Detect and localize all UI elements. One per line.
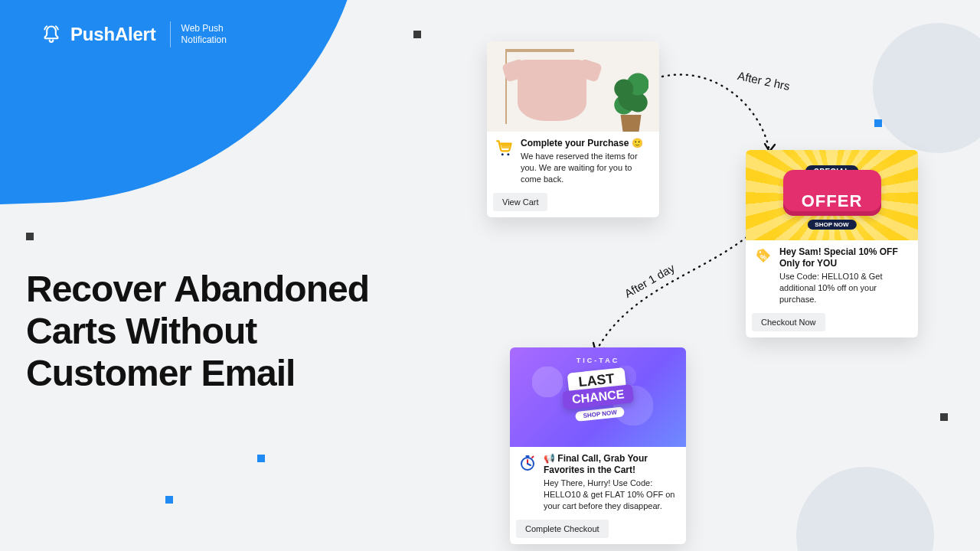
notification-card-3: TIC-TAC LAST CHANCE SHOP NOW 📢 Final Cal…	[510, 347, 686, 544]
decorative-square	[940, 413, 948, 421]
card-title: Complete your Purchase 🙂	[521, 138, 652, 149]
offer-text: OFFER	[783, 170, 881, 216]
decorative-square	[26, 233, 34, 240]
card-hero-image: TIC-TAC LAST CHANCE SHOP NOW	[510, 347, 686, 447]
svg-point-0	[501, 153, 504, 155]
decorative-square	[874, 119, 882, 127]
svg-text:%: %	[760, 253, 766, 261]
decorative-square	[413, 31, 421, 38]
decorative-circle	[796, 467, 934, 551]
decorative-square	[257, 455, 265, 462]
cart-icon	[495, 138, 514, 158]
hero-cta: SHOP NOW	[807, 220, 856, 230]
decorative-square	[165, 496, 173, 504]
discount-tag-icon: %	[753, 246, 773, 266]
bell-icon	[40, 23, 63, 46]
card-desc: Hey There, Hurry! Use Code: HELLO10 & ge…	[544, 478, 678, 512]
svg-rect-5	[526, 455, 530, 458]
card-title: 📢 Final Call, Grab Your Favorites in the…	[544, 453, 678, 476]
connector-arrow	[582, 230, 758, 367]
complete-checkout-button[interactable]: Complete Checkout	[516, 520, 609, 538]
checkout-now-button[interactable]: Checkout Now	[752, 313, 825, 331]
card-desc: We have reserved the items for you. We a…	[521, 151, 652, 185]
card-desc: Use Code: HELLO10 & Get additional 10% o…	[779, 271, 910, 305]
card-hero-image: SPECIAL OFFER SHOP NOW	[746, 150, 918, 240]
decorative-circle	[873, 23, 980, 153]
view-cart-button[interactable]: View Cart	[493, 193, 547, 211]
svg-point-1	[507, 153, 509, 155]
hero-kicker: TIC-TAC	[577, 357, 619, 364]
notification-card-2: SPECIAL OFFER SHOP NOW % Hey Sam! Specia…	[746, 150, 918, 337]
brand-subtitle: Web Push Notification	[181, 23, 227, 46]
hero-cta: SHOP NOW	[575, 406, 625, 422]
stopwatch-icon	[518, 453, 537, 473]
card-title: Hey Sam! Special 10% OFF Only for YOU	[779, 246, 910, 269]
card-hero-image	[487, 41, 659, 132]
divider	[170, 21, 171, 47]
brand-name: PushAlert	[70, 24, 156, 45]
notification-card-1: Complete your Purchase 🙂 We have reserve…	[487, 41, 659, 217]
page-heading: Recover Abandoned Carts Without Customer…	[26, 268, 369, 395]
brand-logo: PushAlert Web Push Notification	[40, 21, 227, 47]
